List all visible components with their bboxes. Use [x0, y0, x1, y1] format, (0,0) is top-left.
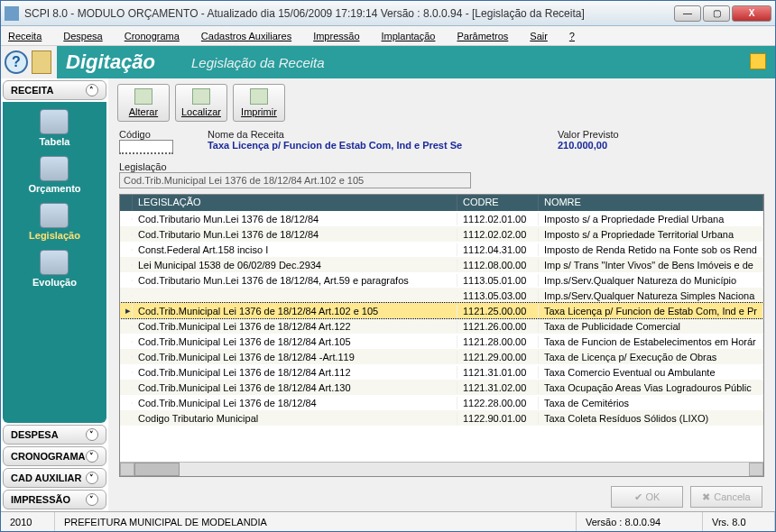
minimize-button[interactable]: — [674, 5, 701, 22]
page-banner: Digitação Legislação da Receita [57, 46, 775, 78]
chevron-down-icon: ˅ [86, 450, 98, 463]
cell-legislacao: Lei Municipal 1538 de 06/02/89 Dec.2934 [133, 259, 457, 271]
cell-legislacao: Cod.Trib.Municipal Lei 1376 de 18/12/84 … [133, 381, 457, 394]
banner-title: Digitação [66, 50, 155, 74]
cell-legislacao: Codigo Tributario Municipal [133, 412, 457, 425]
scroll-left-icon[interactable] [120, 463, 134, 476]
grid-header: LEGISLAÇÃO CODRE NOMRE [120, 195, 763, 211]
scroll-right-icon[interactable] [749, 463, 763, 476]
cell-legislacao: Cod.Tributario Mun.Lei 1376 de 18/12/84,… [133, 274, 457, 287]
cell-nomre: Taxa Ocupação Areas Vias Logradouros Púb… [539, 381, 763, 394]
legislacao-label: Legislação [119, 161, 764, 172]
alterar-button[interactable]: Alterar [117, 84, 170, 122]
sidebar-receita-body: Tabela Orçamento Legislação Evolução [3, 102, 106, 423]
menu-help[interactable]: ? [569, 31, 575, 41]
table-row[interactable]: Cod.Trib.Municipal Lei 1376 de 18/12/84 … [120, 349, 763, 364]
status-year: 2010 [1, 512, 55, 531]
col-codre[interactable]: CODRE [457, 195, 539, 211]
table-row[interactable]: ▸Cod.Trib.Municipal Lei 1376 de 18/12/84… [120, 303, 763, 318]
table-row[interactable]: Cod.Trib.Municipal Lei 1376 de 18/12/841… [120, 395, 763, 410]
menu-receita[interactable]: Receita [8, 31, 42, 41]
cell-nomre: Taxa Comercio Eventual ou Ambulante [539, 366, 763, 379]
grid-body[interactable]: Cod.Tributario Mun.Lei 1376 de 18/12/841… [120, 211, 763, 462]
horizontal-scrollbar[interactable] [120, 462, 763, 476]
print-icon [250, 88, 268, 105]
scroll-thumb[interactable] [134, 463, 180, 476]
window-title: SCPI 8.0 - MODULO ORÇAMENTO - Atualizado… [24, 7, 674, 20]
titlebar: SCPI 8.0 - MODULO ORÇAMENTO - Atualizado… [1, 1, 775, 26]
sidebar-section-cadauxiliar[interactable]: CAD AUXILIAR ˅ [3, 468, 106, 488]
close-button[interactable]: X [732, 5, 771, 22]
evolucao-icon [40, 250, 69, 275]
table-row[interactable]: Cod.Tributario Mun.Lei 1376 de 18/12/841… [120, 211, 763, 226]
cell-nomre: Taxa de Funcion de Estabelecimentos em H… [539, 335, 763, 348]
menu-cronograma[interactable]: Cronograma [125, 31, 180, 41]
toolbar: Alterar Localizar Imprimir [108, 78, 775, 127]
sidebar-section-despesa[interactable]: DESPESA ˅ [3, 425, 106, 445]
calculator-icon[interactable] [32, 50, 51, 74]
cell-nomre: Taxa de Licença p/ Execução de Obras [539, 351, 763, 363]
table-row[interactable]: Cod.Trib.Municipal Lei 1376 de 18/12/84 … [120, 318, 763, 334]
exit-icon[interactable] [750, 53, 766, 69]
table-row[interactable]: Const.Federal Art.158 inciso I1112.04.31… [120, 242, 763, 257]
table-row[interactable]: Cod.Trib.Municipal Lei 1376 de 18/12/84 … [120, 364, 763, 380]
cell-codre: 1121.28.00.00 [457, 335, 539, 348]
cell-codre: 1122.28.00.00 [457, 397, 539, 409]
valor-value: 210.000,00 [558, 140, 764, 151]
table-row[interactable]: Codigo Tributario Municipal1122.90.01.00… [120, 410, 763, 426]
nome-value: Taxa Licença p/ Funcion de Estab Com, In… [208, 140, 550, 151]
menu-implantacao[interactable]: Implantação [382, 31, 436, 41]
tabela-icon [40, 109, 69, 134]
maximize-button[interactable]: ▢ [703, 5, 730, 22]
menu-impressao[interactable]: Impressão [313, 31, 359, 41]
sidebar-section-impressao[interactable]: IMPRESSÃO ˅ [3, 490, 106, 509]
menu-despesa[interactable]: Despesa [63, 31, 102, 41]
localizar-button[interactable]: Localizar [175, 84, 227, 122]
menu-cadastros[interactable]: Cadastros Auxiliares [201, 31, 291, 41]
cell-nomre: Imp.s/Serv.Qualquer Natureza do Municípi… [539, 274, 763, 287]
menu-parametros[interactable]: Parâmetros [457, 31, 508, 41]
legislacao-field[interactable] [119, 172, 471, 188]
sidebar-item-orcamento[interactable]: Orçamento [28, 156, 80, 194]
cell-nomre: Imposto s/ a Propriedade Territorial Urb… [539, 228, 763, 241]
table-row[interactable]: Lei Municipal 1538 de 06/02/89 Dec.29341… [120, 257, 763, 272]
table-row[interactable]: Cod.Tributario Mun.Lei 1376 de 18/12/84,… [120, 272, 763, 288]
app-icon [5, 6, 19, 21]
valor-label: Valor Previsto [558, 129, 764, 140]
form-area: Código Nome da Receita Taxa Licença p/ F… [108, 127, 775, 194]
sidebar-item-legislacao[interactable]: Legislação [29, 203, 80, 241]
cell-nomre: Imp.s/Serv.Qualquer Natureza Simples Nac… [539, 289, 763, 302]
imprimir-button[interactable]: Imprimir [233, 84, 285, 122]
cancel-button[interactable]: ✖ Cancela [690, 486, 762, 508]
edit-icon [134, 88, 152, 105]
status-version-long: Versão : 8.0.0.94 [577, 512, 703, 531]
codigo-field[interactable] [119, 140, 173, 154]
table-row[interactable]: Cod.Trib.Municipal Lei 1376 de 18/12/84 … [120, 334, 763, 349]
table-row[interactable]: Cod.Tributario Mun.Lei 1376 de 18/12/841… [120, 226, 763, 242]
cell-legislacao: Cod.Trib.Municipal Lei 1376 de 18/12/84 … [133, 320, 457, 333]
dialog-buttons: ✔ OK ✖ Cancela [108, 482, 775, 511]
chevron-down-icon: ˅ [86, 428, 98, 441]
cell-nomre: Taxa de Cemitérios [539, 397, 763, 409]
cell-codre: 1113.05.01.00 [457, 274, 539, 287]
chevron-down-icon: ˅ [86, 472, 98, 484]
table-row[interactable]: 1113.05.03.00Imp.s/Serv.Qualquer Naturez… [120, 288, 763, 303]
ok-button[interactable]: ✔ OK [611, 486, 683, 508]
sidebar-item-tabela[interactable]: Tabela [39, 109, 69, 147]
col-nomre[interactable]: NOMRE [539, 195, 763, 211]
col-legislacao[interactable]: LEGISLAÇÃO [133, 195, 457, 211]
sidebar-section-receita[interactable]: RECEITA ˄ [3, 80, 106, 100]
cell-nomre: Imp s/ Trans "Inter Vivos" de Bens Imóve… [539, 259, 763, 271]
cell-legislacao: Cod.Tributario Mun.Lei 1376 de 18/12/84 [133, 213, 457, 225]
cell-nomre: Taxa Coleta Resíduos Sólidos (LIXO) [539, 412, 763, 425]
sidebar-section-cronograma[interactable]: CRONOGRAMA ˅ [3, 446, 106, 466]
sidebar-item-evolucao[interactable]: Evolução [32, 250, 77, 288]
cell-legislacao: Cod.Trib.Municipal Lei 1376 de 18/12/84 … [133, 305, 457, 317]
menu-sair[interactable]: Sair [530, 31, 548, 41]
legislacao-icon [40, 203, 69, 228]
table-row[interactable]: Cod.Trib.Municipal Lei 1376 de 18/12/84 … [120, 380, 763, 395]
help-icon[interactable]: ? [5, 50, 28, 74]
cell-codre: 1113.05.03.00 [457, 289, 539, 302]
cell-legislacao: Const.Federal Art.158 inciso I [133, 243, 457, 256]
cell-codre: 1112.08.00.00 [457, 259, 539, 271]
